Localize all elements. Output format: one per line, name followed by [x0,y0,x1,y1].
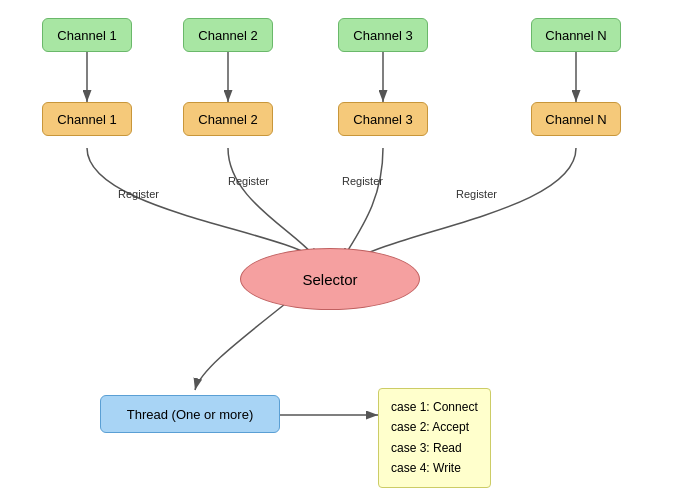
register-label-1: Register [118,188,159,200]
case-item-1: case 1: Connect [391,397,478,417]
case-item-3: case 3: Read [391,438,478,458]
green-channel-2: Channel 2 [183,18,273,52]
orange-channel-3: Channel 3 [338,102,428,136]
selector-ellipse: Selector [240,248,420,310]
orange-channel-2: Channel 2 [183,102,273,136]
case-item-2: case 2: Accept [391,417,478,437]
orange-channel-1: Channel 1 [42,102,132,136]
register-label-2: Register [228,175,269,187]
diagram: Channel 1 Channel 2 Channel 3 Channel N … [0,0,688,500]
orange-channel-n: Channel N [531,102,621,136]
register-label-3: Register [342,175,383,187]
case-item-4: case 4: Write [391,458,478,478]
green-channel-1: Channel 1 [42,18,132,52]
thread-box: Thread (One or more) [100,395,280,433]
register-label-4: Register [456,188,497,200]
case-box: case 1: Connect case 2: Accept case 3: R… [378,388,491,488]
green-channel-n: Channel N [531,18,621,52]
green-channel-3: Channel 3 [338,18,428,52]
